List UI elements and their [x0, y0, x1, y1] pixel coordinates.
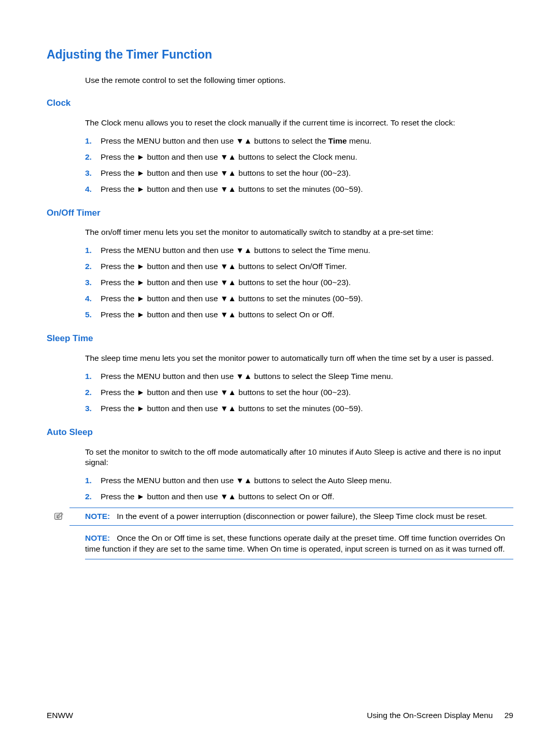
note-body: NOTE: In the event of a power interrupti…	[85, 511, 513, 522]
footer-left: ENWW	[47, 710, 73, 721]
onoff-step-2: 2. Press the ► button and then use ▼▲ bu…	[85, 261, 513, 272]
note-icon	[54, 511, 64, 521]
step-text: Press the ► button and then use ▼▲ butto…	[101, 168, 513, 179]
page-title: Adjusting the Timer Function	[47, 47, 513, 63]
clock-desc: The Clock menu allows you to reset the c…	[85, 118, 513, 129]
text-a: Press the MENU button and then use ▼▲ bu…	[101, 136, 328, 145]
sleep-desc: The sleep time menu lets you set the mon…	[85, 353, 513, 364]
clock-section: The Clock menu allows you to reset the c…	[85, 118, 513, 195]
step-text: Press the ► button and then use ▼▲ butto…	[101, 293, 513, 304]
step-text: Press the ► button and then use ▼▲ butto…	[101, 310, 513, 320]
step-number: 4.	[85, 184, 101, 195]
footer-section: Using the On-Screen Display Menu	[367, 711, 493, 720]
text-b: menu.	[347, 136, 371, 145]
step-text: Press the ► button and then use ▼▲ butto…	[101, 261, 513, 272]
onoff-desc: The on/off timer menu lets you set the m…	[85, 227, 513, 238]
clock-step-2: 2. Press the ► button and then use ▼▲ bu…	[85, 152, 513, 163]
step-number: 1.	[85, 475, 101, 486]
auto-step-1: 1. Press the MENU button and then use ▼▲…	[85, 475, 513, 486]
onoff-section: The on/off timer menu lets you set the m…	[85, 227, 513, 320]
sleep-step-2: 2. Press the ► button and then use ▼▲ bu…	[85, 387, 513, 398]
clock-step-1: 1. Press the MENU button and then use ▼▲…	[85, 136, 513, 147]
sleep-step-1: 1. Press the MENU button and then use ▼▲…	[85, 371, 513, 382]
step-text: Press the ► button and then use ▼▲ butto…	[101, 184, 513, 195]
step-text: Press the MENU button and then use ▼▲ bu…	[101, 371, 513, 382]
clock-step-4: 4. Press the ► button and then use ▼▲ bu…	[85, 184, 513, 195]
note-2: NOTE: Once the On or Off time is set, th…	[85, 530, 513, 559]
note-label: NOTE:	[85, 512, 110, 521]
sleep-step-3: 3. Press the ► button and then use ▼▲ bu…	[85, 403, 513, 414]
heading-onoff: On/Off Timer	[47, 207, 513, 219]
step-text: Press the ► button and then use ▼▲ butto…	[101, 387, 513, 398]
onoff-step-1: 1. Press the MENU button and then use ▼▲…	[85, 245, 513, 256]
step-number: 3.	[85, 277, 101, 288]
step-number: 2.	[85, 387, 101, 398]
note-1: NOTE: In the event of a power interrupti…	[69, 508, 513, 526]
step-text: Press the MENU button and then use ▼▲ bu…	[101, 245, 513, 256]
heading-clock: Clock	[47, 97, 513, 109]
step-number: 3.	[85, 403, 101, 414]
auto-desc: To set the monitor to switch to the off …	[85, 447, 513, 469]
step-number: 1.	[85, 136, 101, 147]
text-bold: Time	[328, 136, 347, 145]
onoff-step-4: 4. Press the ► button and then use ▼▲ bu…	[85, 293, 513, 304]
step-number: 2.	[85, 491, 101, 502]
step-text: Press the MENU button and then use ▼▲ bu…	[101, 136, 513, 147]
sleep-section: The sleep time menu lets you set the mon…	[85, 353, 513, 414]
step-number: 1.	[85, 245, 101, 256]
step-number: 1.	[85, 371, 101, 382]
note-text: In the event of a power interruption (di…	[117, 512, 487, 521]
auto-step-2: 2. Press the ► button and then use ▼▲ bu…	[85, 491, 513, 502]
page-number: 29	[505, 711, 513, 720]
note-text: Once the On or Off time is set, these fu…	[85, 533, 505, 553]
step-number: 3.	[85, 168, 101, 179]
footer-right: Using the On-Screen Display Menu 29	[367, 710, 513, 721]
step-text: Press the ► button and then use ▼▲ butto…	[101, 277, 513, 288]
onoff-step-5: 5. Press the ► button and then use ▼▲ bu…	[85, 310, 513, 320]
step-number: 4.	[85, 293, 101, 304]
step-number: 5.	[85, 310, 101, 320]
step-text: Press the ► button and then use ▼▲ butto…	[101, 491, 513, 502]
step-number: 2.	[85, 152, 101, 163]
intro-text: Use the remote control to set the follow…	[85, 75, 513, 86]
auto-section: To set the monitor to switch to the off …	[85, 447, 513, 503]
page-footer: ENWW Using the On-Screen Display Menu 29	[47, 710, 513, 721]
step-text: Press the ► button and then use ▼▲ butto…	[101, 403, 513, 414]
step-number: 2.	[85, 261, 101, 272]
heading-sleep: Sleep Time	[47, 333, 513, 345]
step-text: Press the ► button and then use ▼▲ butto…	[101, 152, 513, 163]
heading-auto: Auto Sleep	[47, 427, 513, 439]
onoff-step-3: 3. Press the ► button and then use ▼▲ bu…	[85, 277, 513, 288]
step-text: Press the MENU button and then use ▼▲ bu…	[101, 475, 513, 486]
note-label: NOTE:	[85, 533, 110, 542]
clock-step-3: 3. Press the ► button and then use ▼▲ bu…	[85, 168, 513, 179]
